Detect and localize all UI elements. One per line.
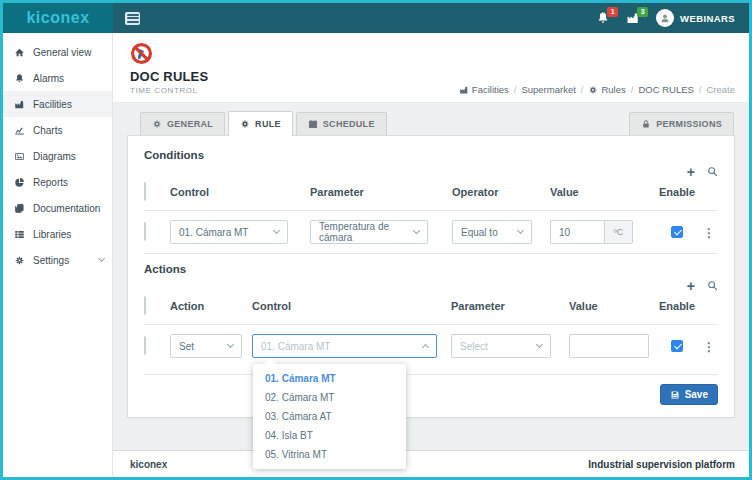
sidebar-item-label: Diagrams — [33, 151, 76, 162]
dropdown-option-3[interactable]: 03. Cámara AT — [253, 407, 406, 426]
tab-schedule[interactable]: SCHEDULE — [296, 112, 387, 135]
search-condition-button[interactable] — [707, 163, 718, 181]
lock-icon — [641, 119, 651, 129]
condition-row-checkbox[interactable] — [144, 222, 146, 241]
dropdown-option-1[interactable]: 01. Cámara MT — [253, 369, 406, 388]
sidebar-item-diagrams[interactable]: Diagrams — [3, 143, 112, 169]
column-header-enable: Enable — [654, 186, 700, 198]
condition-operator-select[interactable]: Equal to — [452, 220, 532, 244]
action-parameter-select[interactable]: Select — [451, 334, 551, 358]
app-window: kiconex 1 3 WEBINARS — [0, 0, 752, 480]
select-value: Equal to — [461, 227, 498, 238]
column-header-value: Value — [550, 186, 634, 198]
dropdown-option-2[interactable]: 02. Cámara MT — [253, 388, 406, 407]
save-button[interactable]: Save — [660, 384, 718, 405]
chevron-down-icon — [413, 227, 420, 234]
sidebar-item-label: Libraries — [33, 229, 71, 240]
breadcrumb-label: Rules — [601, 84, 625, 95]
device-badge: 3 — [637, 7, 648, 17]
sidebar-item-settings[interactable]: Settings — [3, 247, 112, 273]
content-area: GENERAL RULE SCHEDULE PERMISSIONS — [113, 103, 749, 450]
devices-button[interactable]: 3 — [626, 11, 641, 26]
breadcrumb: Facilities / Supermarket / Rules / DOC R… — [459, 84, 735, 95]
bell-icon — [14, 73, 25, 84]
topbar: kiconex 1 3 WEBINARS — [3, 3, 749, 33]
actions-header-row: Action Control Parameter Value Enable — [144, 297, 718, 315]
breadcrumb-doc-rules[interactable]: DOC RULES — [638, 84, 693, 95]
disabled-rule-icon — [130, 42, 153, 65]
condition-row-menu[interactable]: ⋮ — [703, 226, 715, 240]
sidebar-item-reports[interactable]: Reports — [3, 169, 112, 195]
logo[interactable]: kiconex — [3, 3, 113, 33]
sidebar-item-alarms[interactable]: Alarms — [3, 65, 112, 91]
add-condition-button[interactable]: + — [687, 165, 695, 179]
factory-icon — [459, 85, 469, 95]
user-menu[interactable]: WEBINARS — [656, 9, 735, 27]
chart-line-icon — [14, 125, 25, 136]
cogs-icon — [588, 85, 598, 95]
alarms-button[interactable]: 1 — [596, 11, 611, 26]
tab-rule[interactable]: RULE — [228, 111, 293, 136]
dropdown-option-4[interactable]: 04. Isla BT — [253, 426, 406, 445]
user-icon — [659, 12, 671, 24]
condition-enable-checkbox[interactable] — [671, 226, 683, 238]
select-all-actions-checkbox[interactable] — [144, 296, 146, 315]
chevron-down-icon — [227, 341, 234, 348]
breadcrumb-separator: / — [581, 84, 584, 95]
action-row-menu[interactable]: ⋮ — [703, 340, 715, 354]
menu-toggle-icon[interactable] — [125, 12, 140, 25]
search-icon — [707, 280, 718, 291]
dropdown-option-5[interactable]: 05. Vitrina MT — [253, 445, 406, 464]
logo-text: kiconex — [26, 9, 89, 27]
breadcrumb-facilities[interactable]: Facilities — [459, 84, 509, 95]
sidebar-item-general-view[interactable]: General view — [3, 39, 112, 65]
breadcrumb-supermarket[interactable]: Supermarket — [521, 84, 575, 95]
condition-parameter-select[interactable]: Temperatura de cámara — [310, 220, 428, 244]
column-header-parameter: Parameter — [451, 300, 551, 312]
footer-brand: kiconex — [130, 459, 167, 470]
action-type-select[interactable]: Set — [170, 334, 242, 358]
sidebar-item-charts[interactable]: Charts — [3, 117, 112, 143]
sidebar-item-label: Documentation — [33, 203, 100, 214]
chevron-down-icon — [517, 227, 524, 234]
tab-general[interactable]: GENERAL — [140, 112, 225, 135]
page-header: DOC RULES TIME CONTROL Facilities / Supe… — [113, 33, 749, 103]
actions-title: Actions — [144, 263, 718, 275]
action-enable-checkbox[interactable] — [671, 340, 683, 352]
column-header-control: Control — [252, 300, 437, 312]
breadcrumb-rules[interactable]: Rules — [588, 84, 625, 95]
condition-row: 01. Cámara MT Temperatura de cámara — [144, 220, 718, 244]
sidebar-item-documentation[interactable]: Documentation — [3, 195, 112, 221]
pie-chart-icon — [14, 177, 25, 188]
breadcrumb-label: Facilities — [472, 84, 509, 95]
action-value-input[interactable] — [569, 334, 649, 358]
user-name: WEBINARS — [680, 13, 735, 24]
image-icon — [14, 151, 25, 162]
column-header-enable: Enable — [654, 300, 700, 312]
breadcrumb-label: DOC RULES — [638, 84, 693, 95]
condition-value-input[interactable] — [550, 220, 604, 244]
gear-icon — [152, 119, 162, 129]
search-action-button[interactable] — [707, 277, 718, 295]
select-placeholder: 01. Cámara MT — [261, 341, 330, 352]
search-icon — [707, 166, 718, 177]
list-grid-icon — [14, 229, 25, 240]
breadcrumb-separator: / — [514, 84, 517, 95]
chevron-up-icon — [422, 344, 429, 351]
breadcrumb-current: Create — [706, 84, 735, 95]
condition-control-select[interactable]: 01. Cámara MT — [170, 220, 288, 244]
tab-permissions[interactable]: PERMISSIONS — [629, 112, 734, 135]
home-icon — [14, 47, 25, 58]
action-row: Set 01. Cámara MT 01. Cámara MT — [144, 334, 718, 358]
select-all-conditions-checkbox[interactable] — [144, 182, 146, 201]
save-button-label: Save — [685, 389, 708, 400]
add-action-button[interactable]: + — [687, 279, 695, 293]
sidebar-item-libraries[interactable]: Libraries — [3, 221, 112, 247]
action-row-checkbox[interactable] — [144, 336, 146, 355]
column-header-operator: Operator — [452, 186, 532, 198]
cogs-icon — [240, 119, 250, 129]
action-control-select[interactable]: 01. Cámara MT — [252, 334, 437, 358]
breadcrumb-label: Supermarket — [521, 84, 575, 95]
footer-tagline: Industrial supervision platform — [588, 459, 735, 470]
sidebar-item-facilities[interactable]: Facilities — [3, 91, 112, 117]
